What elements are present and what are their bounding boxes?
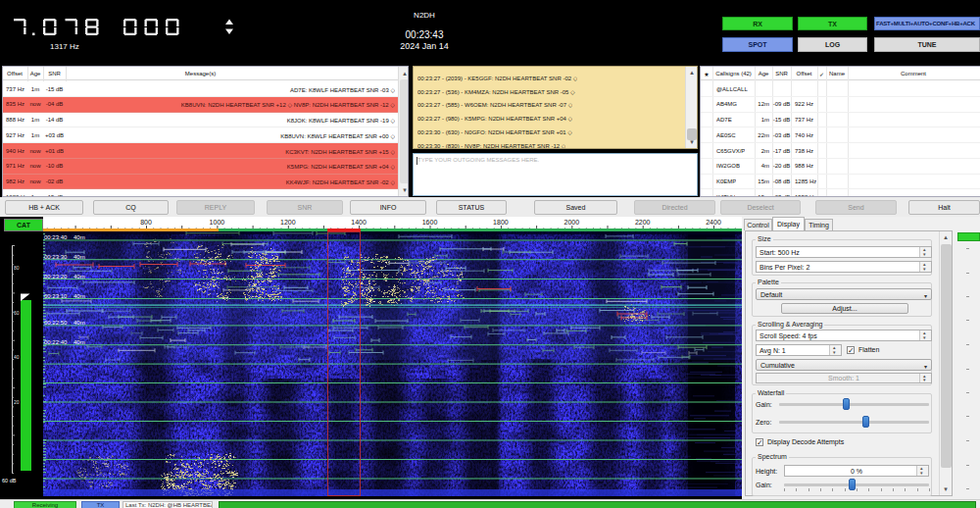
svg-text:00:22:40: 00:22:40 (44, 339, 68, 345)
svg-text:2200: 2200 (635, 219, 651, 226)
svg-text:40m: 40m (74, 320, 85, 326)
svg-text:1600: 1600 (422, 219, 438, 226)
svg-text:40m: 40m (74, 234, 85, 240)
svg-text:40m: 40m (74, 274, 85, 279)
svg-text:40m: 40m (74, 254, 85, 260)
svg-text:00:23:20: 00:23:20 (44, 274, 68, 279)
svg-text:1400: 1400 (351, 219, 367, 226)
svg-text:80: 80 (14, 265, 20, 271)
svg-text:2000: 2000 (564, 219, 580, 226)
svg-text:2400: 2400 (706, 219, 721, 226)
svg-text:00:22:50: 00:22:50 (44, 320, 68, 326)
svg-text:40m: 40m (74, 293, 85, 299)
svg-text:20: 20 (14, 399, 20, 405)
svg-text:60: 60 (14, 310, 20, 316)
svg-text:1800: 1800 (493, 219, 509, 226)
svg-text:1200: 1200 (280, 219, 296, 226)
svg-text:60 dB: 60 dB (2, 478, 17, 483)
svg-text:800: 800 (140, 219, 152, 226)
svg-text:1000: 1000 (210, 219, 225, 226)
svg-text:00:23:30: 00:23:30 (44, 254, 68, 260)
svg-text:40: 40 (14, 354, 20, 360)
svg-text:40m: 40m (74, 339, 85, 345)
svg-text:00:23:40: 00:23:40 (44, 234, 68, 240)
svg-text:00:23:10: 00:23:10 (44, 293, 68, 299)
